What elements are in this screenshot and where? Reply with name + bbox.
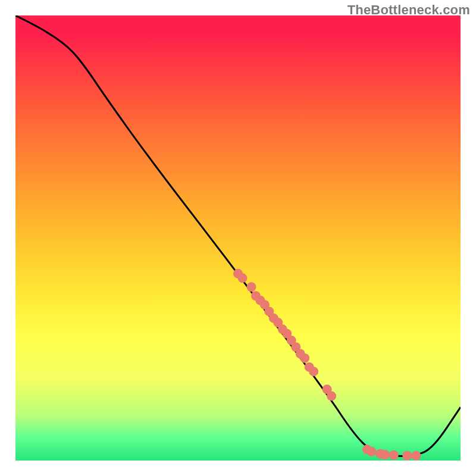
- data-marker: [411, 451, 421, 461]
- data-marker: [389, 450, 399, 460]
- plot-area: [15, 15, 461, 461]
- data-marker: [367, 447, 376, 456]
- data-marker: [246, 282, 256, 292]
- data-marker: [300, 353, 309, 363]
- marker-group: [233, 269, 421, 461]
- data-marker: [402, 451, 412, 461]
- data-marker: [309, 367, 318, 376]
- chart-container: TheBottleneck.com: [0, 0, 476, 476]
- bottleneck-curve: [15, 15, 461, 456]
- data-marker: [380, 450, 390, 459]
- data-marker: [327, 392, 336, 401]
- data-marker: [237, 273, 247, 283]
- chart-svg: [15, 15, 461, 461]
- watermark-text: TheBottleneck.com: [347, 2, 470, 18]
